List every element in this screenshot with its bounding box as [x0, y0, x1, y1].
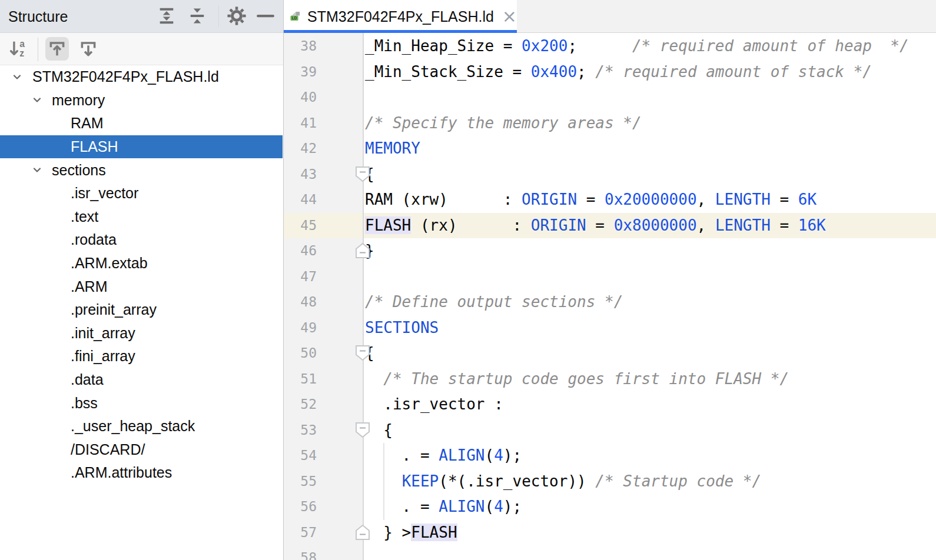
tree-item-init-array[interactable]: .init_array	[0, 322, 283, 345]
code-line: MEMORY	[365, 136, 420, 162]
line-number: 55	[284, 469, 317, 495]
close-icon[interactable]: ×	[502, 8, 517, 25]
code-line: .isr_vector :	[365, 392, 503, 418]
code-line: _Min_Stack_Size = 0x400; /* required amo…	[365, 59, 872, 85]
code-token: =	[577, 191, 605, 208]
hide-panel-button[interactable]	[255, 6, 276, 26]
tree-item-text[interactable]: .text	[0, 205, 283, 229]
code-token: 0x400	[531, 63, 577, 81]
code-line: SECTIONS	[365, 315, 439, 341]
tree-item-sections[interactable]: sections	[0, 158, 283, 182]
header-separator	[218, 6, 219, 27]
svg-text:z: z	[19, 48, 24, 58]
code-token: . =	[365, 498, 439, 515]
editor-tab[interactable]: LD STM32F042F4Px_FLASH.ld ×	[284, 0, 517, 33]
line-number: 44	[284, 187, 317, 213]
line-number: 40	[284, 85, 317, 111]
settings-button[interactable]	[227, 6, 247, 26]
code-token: 4	[494, 498, 503, 515]
code-token: /* required amount of heap */	[632, 37, 909, 55]
tree-item-arm[interactable]: .ARM	[0, 275, 283, 298]
sort-alphabetically-button[interactable]: az	[8, 39, 28, 59]
line-number: 54	[284, 443, 317, 469]
tree-item-label: .isr_vector	[71, 185, 138, 202]
editor-tab-bar: LD STM32F042F4Px_FLASH.ld ×	[284, 0, 936, 33]
line-number: 49	[284, 315, 317, 341]
code-token: (rx) :	[411, 216, 531, 234]
code-editor[interactable]: 38_Min_Heap_Size = 0x200; /* required am…	[284, 33, 936, 560]
code-line: _Min_Heap_Size = 0x200; /* required amou…	[365, 34, 909, 59]
code-token: /* Startup code */	[595, 472, 761, 490]
code-line: . = ALIGN(4);	[365, 494, 522, 520]
tree-item-flash[interactable]: FLASH	[0, 135, 283, 159]
fold-start-marker[interactable]	[355, 422, 370, 438]
autoscroll-to-source-button[interactable]	[45, 37, 69, 61]
code-token: . =	[365, 446, 439, 464]
tree-item-label: .ARM.extab	[71, 255, 148, 272]
line-number: 41	[284, 111, 317, 136]
toolbar-separator	[38, 38, 38, 61]
editor-area: LD STM32F042F4Px_FLASH.ld × 38_Min_Heap_…	[284, 0, 936, 560]
tree-item-label: .bss	[71, 395, 98, 412]
gutter-separator	[363, 33, 364, 560]
chevron-down-icon[interactable]	[11, 71, 24, 84]
line-number: 48	[284, 289, 317, 315]
fold-end-marker[interactable]	[355, 524, 370, 541]
collapse-all-icon	[187, 6, 207, 28]
collapse-all-button[interactable]	[187, 6, 207, 26]
line-number: 45	[284, 213, 317, 239]
ld-file-icon: LD	[290, 6, 300, 27]
tree-item-label: STM32F042F4Px_FLASH.ld	[32, 68, 219, 85]
code-token: _Min_Heap_Size =	[365, 37, 522, 55]
tree-item-fini-array[interactable]: .fini_array	[0, 345, 283, 368]
highlighted-usage: FLASH	[365, 216, 411, 234]
code-token: );	[503, 446, 522, 464]
tree-item-label: .ARM.attributes	[71, 464, 172, 481]
fold-start-marker[interactable]	[355, 345, 370, 361]
tree-item-data[interactable]: .data	[0, 368, 283, 392]
tree-item-rodata[interactable]: .rodata	[0, 228, 283, 252]
tree-item-memory[interactable]: memory	[0, 89, 283, 112]
line-number: 52	[284, 392, 317, 418]
tree-item-stm32f042f4px-flash-ld[interactable]: STM32F042F4Px_FLASH.ld	[0, 65, 283, 89]
fold-end-marker[interactable]	[355, 242, 370, 259]
structure-panel: Structure az STM32F042F4Px_FLASH.ldmemor…	[0, 0, 284, 560]
code-token: ,	[697, 191, 715, 208]
tree-item-ram[interactable]: RAM	[0, 112, 283, 135]
ide-window: { "colors": { "tree_selection_blue": "#2…	[0, 0, 936, 560]
structure-panel-header: Structure	[0, 0, 283, 33]
svg-text:LD: LD	[292, 16, 297, 20]
expand-all-button[interactable]	[157, 6, 177, 26]
chevron-down-icon[interactable]	[31, 164, 44, 176]
code-token: /* Define output sections */	[365, 293, 623, 311]
code-token: 4	[494, 446, 503, 464]
tree-item-arm-attributes[interactable]: .ARM.attributes	[0, 461, 283, 485]
tree-item-isr-vector[interactable]: .isr_vector	[0, 182, 283, 205]
line-number: 39	[284, 59, 317, 85]
tree-item-label: .fini_array	[71, 348, 135, 365]
tree-item-arm-extab[interactable]: .ARM.extab	[0, 252, 283, 275]
code-line: FLASH (rx) : ORIGIN = 0x8000000, LENGTH …	[365, 213, 826, 239]
tree-item-preinit-array[interactable]: .preinit_array	[0, 298, 283, 322]
line-number: 46	[284, 238, 317, 264]
code-token: /* required amount of stack */	[595, 63, 872, 81]
code-token: /* The startup code goes first into FLAS…	[383, 370, 789, 388]
tree-item-label: .preinit_array	[71, 301, 157, 318]
svg-text:a: a	[19, 38, 25, 48]
code-token: =	[586, 216, 614, 234]
fold-start-marker[interactable]	[355, 166, 370, 182]
code-line: /* Specify the memory areas */	[365, 111, 642, 136]
code-token: MEMORY	[365, 139, 420, 157]
code-token: } >	[365, 524, 411, 541]
code-token: ORIGIN	[522, 191, 577, 208]
tree-item-discard[interactable]: /DISCARD/	[0, 438, 283, 462]
autoscroll-from-source-button[interactable]	[77, 37, 100, 61]
code-token: LENGTH	[715, 216, 771, 234]
chevron-down-icon[interactable]	[31, 94, 44, 106]
tree-item-bss[interactable]: .bss	[0, 391, 283, 415]
line-number: 50	[284, 341, 317, 366]
code-line: /* The startup code goes first into FLAS…	[365, 366, 789, 392]
tree-item-user-heap-stack[interactable]: ._user_heap_stack	[0, 415, 283, 438]
code-token: LENGTH	[715, 191, 771, 208]
panel-title: Structure	[8, 8, 68, 25]
